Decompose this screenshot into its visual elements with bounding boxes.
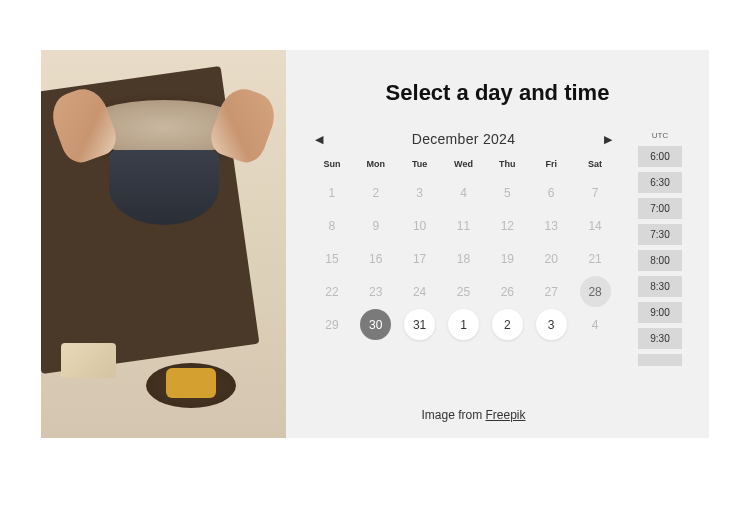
weekday-header: Tue (399, 159, 441, 169)
time-slot[interactable]: 6:00 (638, 146, 682, 167)
weekday-header: Fri (530, 159, 572, 169)
time-slot[interactable]: 9:30 (638, 328, 682, 349)
calendar-day[interactable]: 23 (360, 276, 391, 307)
calendar-day[interactable]: 20 (536, 243, 567, 274)
calendar-day[interactable]: 18 (448, 243, 479, 274)
time-slot[interactable]: 9:00 (638, 302, 682, 323)
time-slot[interactable]: 8:30 (638, 276, 682, 297)
calendar-day[interactable]: 27 (536, 276, 567, 307)
calendar-day[interactable]: 19 (492, 243, 523, 274)
time-slot[interactable]: 7:00 (638, 198, 682, 219)
calendar-day[interactable]: 1 (316, 177, 347, 208)
calendar-day[interactable]: 17 (404, 243, 435, 274)
weekday-header: Mon (355, 159, 397, 169)
page-title: Select a day and time (311, 80, 684, 106)
hero-image (41, 50, 286, 438)
weekday-header: Sat (574, 159, 616, 169)
calendar-day[interactable]: 9 (360, 210, 391, 241)
calendar-day[interactable]: 25 (448, 276, 479, 307)
calendar-day[interactable]: 24 (404, 276, 435, 307)
time-slot[interactable]: 7:30 (638, 224, 682, 245)
credit-link[interactable]: Freepik (486, 408, 526, 422)
calendar-day[interactable]: 3 (404, 177, 435, 208)
calendar-day[interactable]: 28 (580, 276, 611, 307)
calendar-day[interactable]: 3 (536, 309, 567, 340)
prev-month-button[interactable]: ◀ (311, 131, 327, 147)
calendar-day[interactable]: 5 (492, 177, 523, 208)
calendar-day[interactable]: 7 (580, 177, 611, 208)
time-slot[interactable] (638, 354, 682, 366)
calendar-day[interactable]: 21 (580, 243, 611, 274)
weekday-header: Thu (486, 159, 528, 169)
calendar-day[interactable]: 6 (536, 177, 567, 208)
calendar-day[interactable]: 10 (404, 210, 435, 241)
calendar-day[interactable]: 15 (316, 243, 347, 274)
weekday-header: Sun (311, 159, 353, 169)
calendar: ◀ December 2024 ▶ SunMonTueWedThuFriSat … (311, 131, 616, 418)
calendar-day[interactable]: 30 (360, 309, 391, 340)
time-slot[interactable]: 8:00 (638, 250, 682, 271)
calendar-day[interactable]: 4 (580, 309, 611, 340)
weekday-header: Wed (443, 159, 485, 169)
calendar-day[interactable]: 1 (448, 309, 479, 340)
calendar-day[interactable]: 2 (492, 309, 523, 340)
time-slot-list: UTC 6:006:307:007:308:008:309:009:30 (636, 131, 684, 391)
calendar-day[interactable]: 13 (536, 210, 567, 241)
calendar-day[interactable]: 14 (580, 210, 611, 241)
calendar-day[interactable]: 26 (492, 276, 523, 307)
calendar-day[interactable]: 16 (360, 243, 391, 274)
time-slot[interactable]: 6:30 (638, 172, 682, 193)
calendar-day[interactable]: 29 (316, 309, 347, 340)
next-month-button[interactable]: ▶ (600, 131, 616, 147)
booking-panel: Select a day and time ◀ December 2024 ▶ … (286, 50, 709, 438)
image-credit: Image from Freepik (286, 408, 661, 422)
calendar-day[interactable]: 8 (316, 210, 347, 241)
calendar-day[interactable]: 31 (404, 309, 435, 340)
booking-card: Select a day and time ◀ December 2024 ▶ … (41, 50, 709, 438)
calendar-day[interactable]: 4 (448, 177, 479, 208)
timezone-label: UTC (652, 131, 668, 140)
calendar-day[interactable]: 11 (448, 210, 479, 241)
calendar-day[interactable]: 22 (316, 276, 347, 307)
month-year-label: December 2024 (412, 131, 516, 147)
calendar-day[interactable]: 12 (492, 210, 523, 241)
calendar-day[interactable]: 2 (360, 177, 391, 208)
